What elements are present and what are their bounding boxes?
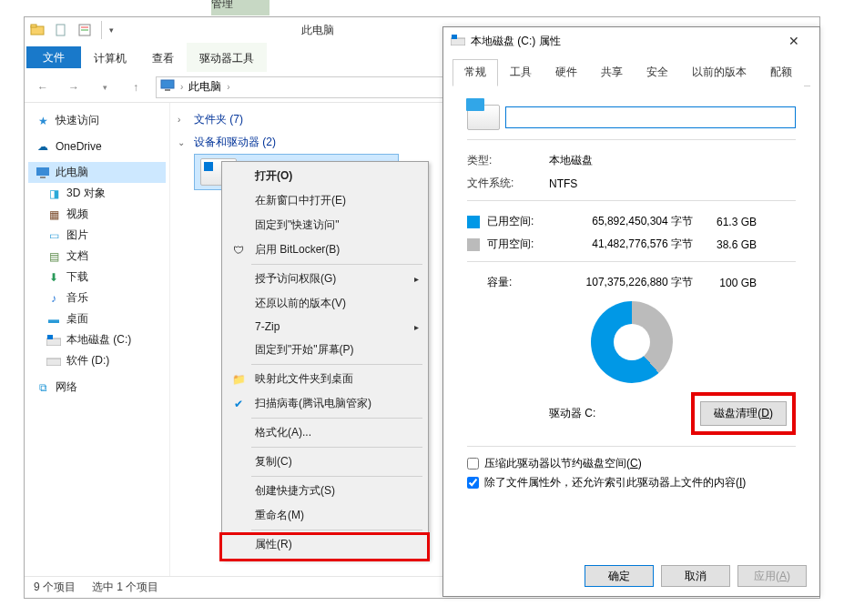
tab-security[interactable]: 安全 xyxy=(635,59,680,86)
compress-checkbox-row[interactable]: 压缩此驱动器以节约磁盘空间(C) xyxy=(467,456,796,471)
nav-this-pc[interactable]: 此电脑 xyxy=(28,162,166,183)
tab-tools[interactable]: 工具 xyxy=(498,59,544,86)
usage-donut-chart xyxy=(591,301,673,383)
volume-name-input[interactable] xyxy=(505,106,796,128)
ctx-open[interactable]: 打开(O) xyxy=(224,164,426,188)
nav-recent-icon[interactable]: ▾ xyxy=(94,76,116,98)
capacity-human: 100 GB xyxy=(693,277,757,289)
chevron-right-icon[interactable]: › xyxy=(225,82,231,92)
svg-rect-6 xyxy=(161,80,174,88)
index-label: 除了文件属性外，还允许索引此驱动器上文件的内容(I) xyxy=(484,475,746,490)
film-icon: ▦ xyxy=(46,207,61,222)
status-item-count: 9 个项目 xyxy=(34,580,76,595)
nav-3d-objects[interactable]: ◨3D 对象 xyxy=(28,183,166,204)
nav-videos[interactable]: ▦视频 xyxy=(28,204,166,225)
svg-rect-11 xyxy=(47,335,53,339)
chevron-right-icon: ▸ xyxy=(414,322,419,332)
apply-button[interactable]: 应用(A) xyxy=(737,565,807,587)
properties-qat-icon[interactable] xyxy=(76,21,94,39)
music-icon: ♪ xyxy=(46,291,61,306)
chevron-right-icon[interactable]: › xyxy=(178,115,188,125)
tab-sharing[interactable]: 共享 xyxy=(589,59,635,86)
nav-drive-d[interactable]: 软件 (D:) xyxy=(28,350,166,371)
monitor-icon xyxy=(160,79,175,95)
capacity-bytes: 107,375,226,880 字节 xyxy=(556,275,693,290)
ctx-open-new-window[interactable]: 在新窗口中打开(E) xyxy=(224,188,426,213)
free-label: 可用空间: xyxy=(487,237,556,252)
ctx-grant-access[interactable]: 授予访问权限(G)▸ xyxy=(224,267,426,291)
nav-music[interactable]: ♪音乐 xyxy=(28,288,166,308)
nav-downloads[interactable]: ⬇下载 xyxy=(28,267,166,288)
desktop-icon: ▬ xyxy=(46,312,61,327)
dialog-tabs: 常规 工具 硬件 共享 安全 以前的版本 配额 xyxy=(453,58,810,86)
ctx-create-shortcut[interactable]: 创建快捷方式(S) xyxy=(224,479,426,503)
capacity-label: 容量: xyxy=(467,275,556,290)
index-checkbox-row[interactable]: 除了文件属性外，还允许索引此驱动器上文件的内容(I) xyxy=(467,475,796,490)
tab-general[interactable]: 常规 xyxy=(453,59,498,86)
compress-checkbox[interactable] xyxy=(467,458,479,470)
cancel-button[interactable]: 取消 xyxy=(661,565,730,587)
nav-back-icon: ← xyxy=(32,76,54,98)
disk-cleanup-button[interactable]: 磁盘清理(D) xyxy=(700,401,787,426)
nav-desktop[interactable]: ▬桌面 xyxy=(28,308,166,329)
free-human: 38.6 GB xyxy=(693,238,757,251)
ctx-restore-previous[interactable]: 还原以前的版本(V) xyxy=(224,291,426,316)
ctx-bitlocker[interactable]: 🛡启用 BitLocker(B) xyxy=(224,237,426,262)
nav-forward-icon: → xyxy=(63,76,85,98)
ctx-format[interactable]: 格式化(A)... xyxy=(224,420,426,445)
nav-pictures[interactable]: ▭图片 xyxy=(28,225,166,246)
filesystem-value: NTFS xyxy=(549,177,796,190)
monitor-icon xyxy=(36,166,50,180)
ctx-properties[interactable]: 属性(R) xyxy=(224,532,426,557)
cube-icon: ◨ xyxy=(46,187,61,201)
nav-network[interactable]: ⧉网络 xyxy=(28,377,166,398)
drive-icon xyxy=(46,354,61,369)
drive-caption: 驱动器 C: xyxy=(549,406,595,421)
tab-hardware[interactable]: 硬件 xyxy=(544,59,589,86)
used-legend-swatch xyxy=(467,216,480,228)
ctx-map-to-desktop[interactable]: 📁映射此文件夹到桌面 xyxy=(224,367,426,391)
svg-rect-10 xyxy=(46,338,61,346)
drive-icon xyxy=(46,333,61,348)
nav-quick-access[interactable]: ★快速访问 xyxy=(28,110,166,131)
svg-rect-12 xyxy=(46,358,61,366)
index-checkbox[interactable] xyxy=(467,477,479,489)
qat-dropdown-icon[interactable]: ▾ xyxy=(109,25,114,35)
nav-up-icon[interactable]: ↑ xyxy=(125,76,147,98)
properties-dialog: 本地磁盘 (C:) 属性 ✕ 常规 工具 硬件 共享 安全 以前的版本 配额 类… xyxy=(442,26,820,597)
ctx-7zip[interactable]: 7-Zip▸ xyxy=(224,316,426,338)
free-bytes: 41,482,776,576 字节 xyxy=(556,237,693,252)
chevron-right-icon[interactable]: › xyxy=(178,82,185,92)
tab-previous-versions[interactable]: 以前的版本 xyxy=(680,59,758,86)
tab-computer[interactable]: 计算机 xyxy=(81,43,139,72)
svg-rect-1 xyxy=(31,25,36,27)
ok-button[interactable]: 确定 xyxy=(585,565,654,587)
ctx-pin-quick-access[interactable]: 固定到"快速访问" xyxy=(224,213,426,237)
nav-documents[interactable]: ▤文档 xyxy=(28,246,166,267)
svg-rect-2 xyxy=(56,25,65,35)
nav-pane: ★快速访问 ☁OneDrive 此电脑 ◨3D 对象 ▦视频 ▭图片 ▤文档 ⬇… xyxy=(25,103,170,576)
ctx-scan-virus[interactable]: ✔扫描病毒(腾讯电脑管家) xyxy=(224,391,426,416)
free-legend-swatch xyxy=(467,238,480,251)
nav-onedrive[interactable]: ☁OneDrive xyxy=(28,136,166,157)
ctx-rename[interactable]: 重命名(M) xyxy=(224,503,426,528)
image-icon: ▭ xyxy=(46,228,61,243)
tab-quota[interactable]: 配额 xyxy=(758,59,804,86)
type-label: 类型: xyxy=(467,153,549,168)
tab-drive-tools[interactable]: 驱动器工具 xyxy=(187,43,267,72)
cloud-icon: ☁ xyxy=(36,139,50,154)
ctx-pin-start[interactable]: 固定到"开始"屏幕(P) xyxy=(224,338,426,362)
chevron-down-icon[interactable]: ⌄ xyxy=(178,137,188,147)
ctx-copy[interactable]: 复制(C) xyxy=(224,449,426,474)
new-doc-icon[interactable] xyxy=(52,21,70,39)
close-button[interactable]: ✕ xyxy=(776,28,812,54)
compress-label: 压缩此驱动器以节约磁盘空间(C) xyxy=(484,456,642,471)
file-tab[interactable]: 文件 xyxy=(26,46,81,68)
breadcrumb-segment[interactable]: 此电脑 xyxy=(188,79,221,95)
tab-view[interactable]: 查看 xyxy=(139,43,187,72)
context-menu: 打开(O) 在新窗口中打开(E) 固定到"快速访问" 🛡启用 BitLocker… xyxy=(221,161,429,560)
svg-rect-8 xyxy=(36,167,49,176)
network-icon: ⧉ xyxy=(36,380,50,395)
svg-rect-9 xyxy=(40,177,46,178)
nav-drive-c[interactable]: 本地磁盘 (C:) xyxy=(28,329,166,350)
